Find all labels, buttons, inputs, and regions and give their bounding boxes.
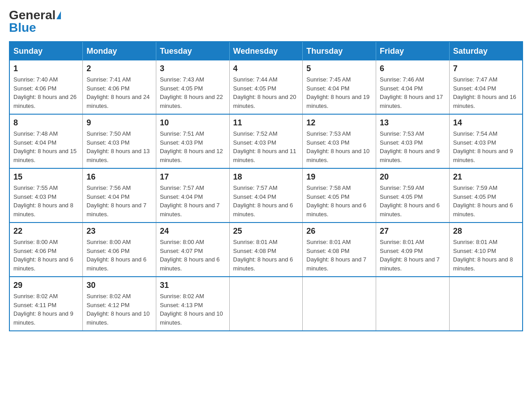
day-info: Sunrise: 8:00 AMSunset: 4:06 PMDaylight:… xyxy=(86,239,146,272)
day-info: Sunrise: 7:47 AMSunset: 4:04 PMDaylight:… xyxy=(453,76,516,109)
day-info: Sunrise: 7:40 AMSunset: 4:06 PMDaylight:… xyxy=(13,76,77,109)
day-info: Sunrise: 7:44 AMSunset: 4:05 PMDaylight:… xyxy=(233,76,296,109)
calendar-cell: 5 Sunrise: 7:45 AMSunset: 4:04 PMDayligh… xyxy=(303,60,376,114)
calendar-cell: 14 Sunrise: 7:54 AMSunset: 4:03 PMDaylig… xyxy=(449,114,523,168)
calendar-cell: 8 Sunrise: 7:48 AMSunset: 4:04 PMDayligh… xyxy=(9,114,83,168)
calendar-cell: 23 Sunrise: 8:00 AMSunset: 4:06 PMDaylig… xyxy=(83,223,156,277)
day-number: 3 xyxy=(160,64,226,73)
day-number: 25 xyxy=(233,227,299,236)
day-info: Sunrise: 7:43 AMSunset: 4:05 PMDaylight:… xyxy=(160,76,223,109)
day-header-thursday: Thursday xyxy=(303,42,376,60)
calendar-cell: 19 Sunrise: 7:58 AMSunset: 4:05 PMDaylig… xyxy=(303,168,376,223)
day-header-wednesday: Wednesday xyxy=(229,42,303,60)
day-number: 22 xyxy=(13,227,79,236)
calendar-cell: 9 Sunrise: 7:50 AMSunset: 4:03 PMDayligh… xyxy=(83,114,156,168)
calendar-cell xyxy=(303,277,376,331)
day-info: Sunrise: 7:45 AMSunset: 4:04 PMDaylight:… xyxy=(306,76,369,109)
day-info: Sunrise: 7:59 AMSunset: 4:05 PMDaylight:… xyxy=(453,184,513,218)
day-number: 10 xyxy=(160,118,226,128)
day-number: 28 xyxy=(453,227,519,236)
calendar-cell: 3 Sunrise: 7:43 AMSunset: 4:05 PMDayligh… xyxy=(156,60,229,114)
calendar-cell: 17 Sunrise: 7:57 AMSunset: 4:04 PMDaylig… xyxy=(156,168,229,223)
calendar-cell xyxy=(449,277,523,331)
day-info: Sunrise: 7:53 AMSunset: 4:03 PMDaylight:… xyxy=(380,130,440,163)
day-header-saturday: Saturday xyxy=(449,42,523,60)
day-number: 20 xyxy=(380,172,446,182)
calendar-cell: 11 Sunrise: 7:52 AMSunset: 4:03 PMDaylig… xyxy=(229,114,303,168)
day-header-sunday: Sunday xyxy=(9,42,83,60)
day-number: 11 xyxy=(233,118,299,128)
logo-blue-text: Blue xyxy=(9,21,36,34)
day-info: Sunrise: 8:00 AMSunset: 4:07 PMDaylight:… xyxy=(160,239,220,272)
calendar-cell: 24 Sunrise: 8:00 AMSunset: 4:07 PMDaylig… xyxy=(156,223,229,277)
calendar-cell xyxy=(376,277,450,331)
day-number: 15 xyxy=(13,172,79,182)
day-number: 17 xyxy=(160,172,226,182)
day-number: 12 xyxy=(306,118,372,128)
header-row: SundayMondayTuesdayWednesdayThursdayFrid… xyxy=(9,42,523,60)
calendar-cell: 28 Sunrise: 8:01 AMSunset: 4:10 PMDaylig… xyxy=(449,223,523,277)
calendar-cell: 30 Sunrise: 8:02 AMSunset: 4:12 PMDaylig… xyxy=(83,277,156,331)
day-number: 29 xyxy=(13,281,79,290)
calendar-cell: 15 Sunrise: 7:55 AMSunset: 4:03 PMDaylig… xyxy=(9,168,83,223)
day-number: 13 xyxy=(380,118,446,128)
day-number: 4 xyxy=(233,64,299,73)
day-info: Sunrise: 8:01 AMSunset: 4:10 PMDaylight:… xyxy=(453,239,513,272)
day-number: 31 xyxy=(160,281,226,290)
calendar-cell: 20 Sunrise: 7:59 AMSunset: 4:05 PMDaylig… xyxy=(376,168,450,223)
day-info: Sunrise: 7:46 AMSunset: 4:04 PMDaylight:… xyxy=(380,76,443,109)
calendar-cell: 21 Sunrise: 7:59 AMSunset: 4:05 PMDaylig… xyxy=(449,168,523,223)
day-info: Sunrise: 8:01 AMSunset: 4:09 PMDaylight:… xyxy=(380,239,440,272)
calendar-cell: 27 Sunrise: 8:01 AMSunset: 4:09 PMDaylig… xyxy=(376,223,450,277)
calendar-cell: 6 Sunrise: 7:46 AMSunset: 4:04 PMDayligh… xyxy=(376,60,450,114)
calendar-header: SundayMondayTuesdayWednesdayThursdayFrid… xyxy=(9,42,523,60)
calendar-table: SundayMondayTuesdayWednesdayThursdayFrid… xyxy=(9,41,523,331)
day-number: 8 xyxy=(13,118,79,128)
logo-triangle-icon xyxy=(56,11,61,19)
day-info: Sunrise: 7:58 AMSunset: 4:05 PMDaylight:… xyxy=(306,184,366,218)
day-number: 16 xyxy=(86,172,152,182)
day-info: Sunrise: 8:01 AMSunset: 4:08 PMDaylight:… xyxy=(233,239,293,272)
day-header-tuesday: Tuesday xyxy=(156,42,229,60)
day-info: Sunrise: 8:02 AMSunset: 4:13 PMDaylight:… xyxy=(160,293,223,326)
day-number: 21 xyxy=(453,172,519,182)
day-number: 2 xyxy=(86,64,152,73)
day-info: Sunrise: 8:02 AMSunset: 4:11 PMDaylight:… xyxy=(13,293,73,326)
day-header-monday: Monday xyxy=(83,42,156,60)
calendar-cell: 22 Sunrise: 8:00 AMSunset: 4:06 PMDaylig… xyxy=(9,223,83,277)
day-number: 26 xyxy=(306,227,372,236)
day-info: Sunrise: 7:53 AMSunset: 4:03 PMDaylight:… xyxy=(306,130,369,163)
logo: General Blue xyxy=(9,9,61,34)
day-number: 9 xyxy=(86,118,152,128)
day-number: 18 xyxy=(233,172,299,182)
day-info: Sunrise: 8:02 AMSunset: 4:12 PMDaylight:… xyxy=(86,293,150,326)
day-info: Sunrise: 8:01 AMSunset: 4:08 PMDaylight:… xyxy=(306,239,366,272)
calendar-cell: 7 Sunrise: 7:47 AMSunset: 4:04 PMDayligh… xyxy=(449,60,523,114)
week-row-3: 15 Sunrise: 7:55 AMSunset: 4:03 PMDaylig… xyxy=(9,168,523,223)
day-number: 30 xyxy=(86,281,152,290)
day-info: Sunrise: 7:59 AMSunset: 4:05 PMDaylight:… xyxy=(380,184,440,218)
day-info: Sunrise: 7:51 AMSunset: 4:03 PMDaylight:… xyxy=(160,130,223,163)
calendar-cell: 25 Sunrise: 8:01 AMSunset: 4:08 PMDaylig… xyxy=(229,223,303,277)
calendar-cell: 12 Sunrise: 7:53 AMSunset: 4:03 PMDaylig… xyxy=(303,114,376,168)
day-info: Sunrise: 7:57 AMSunset: 4:04 PMDaylight:… xyxy=(160,184,220,218)
week-row-1: 1 Sunrise: 7:40 AMSunset: 4:06 PMDayligh… xyxy=(9,60,523,114)
day-number: 6 xyxy=(380,64,446,73)
calendar-cell: 2 Sunrise: 7:41 AMSunset: 4:06 PMDayligh… xyxy=(83,60,156,114)
day-number: 27 xyxy=(380,227,446,236)
calendar-cell: 26 Sunrise: 8:01 AMSunset: 4:08 PMDaylig… xyxy=(303,223,376,277)
calendar-body: 1 Sunrise: 7:40 AMSunset: 4:06 PMDayligh… xyxy=(9,60,523,331)
logo-general-text: General xyxy=(9,9,56,21)
day-info: Sunrise: 7:52 AMSunset: 4:03 PMDaylight:… xyxy=(233,130,296,163)
week-row-4: 22 Sunrise: 8:00 AMSunset: 4:06 PMDaylig… xyxy=(9,223,523,277)
page-header: General Blue xyxy=(9,9,523,34)
week-row-5: 29 Sunrise: 8:02 AMSunset: 4:11 PMDaylig… xyxy=(9,277,523,331)
calendar-cell: 1 Sunrise: 7:40 AMSunset: 4:06 PMDayligh… xyxy=(9,60,83,114)
calendar-cell: 13 Sunrise: 7:53 AMSunset: 4:03 PMDaylig… xyxy=(376,114,450,168)
calendar-cell: 10 Sunrise: 7:51 AMSunset: 4:03 PMDaylig… xyxy=(156,114,229,168)
day-info: Sunrise: 7:50 AMSunset: 4:03 PMDaylight:… xyxy=(86,130,150,163)
calendar-cell: 4 Sunrise: 7:44 AMSunset: 4:05 PMDayligh… xyxy=(229,60,303,114)
calendar-cell: 18 Sunrise: 7:57 AMSunset: 4:04 PMDaylig… xyxy=(229,168,303,223)
calendar-cell: 31 Sunrise: 8:02 AMSunset: 4:13 PMDaylig… xyxy=(156,277,229,331)
day-info: Sunrise: 8:00 AMSunset: 4:06 PMDaylight:… xyxy=(13,239,73,272)
